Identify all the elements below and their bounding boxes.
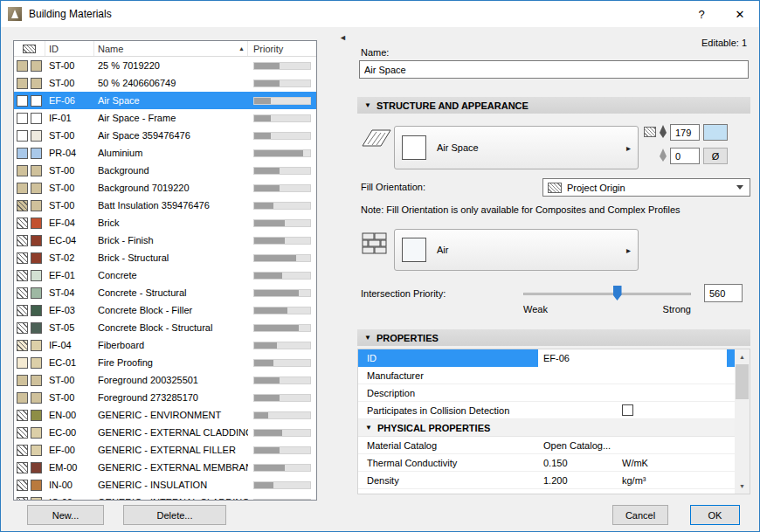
material-row[interactable]: ST-00Background (14, 162, 316, 179)
material-row[interactable]: ST-00Background 7019220 (14, 179, 316, 197)
column-header-fill[interactable] (14, 41, 45, 56)
surface-color-swatch (31, 480, 42, 491)
building-materials-dialog: Building Materials ? ✕ ID Name ▲ Priorit… (0, 0, 760, 532)
close-button[interactable]: ✕ (721, 1, 759, 27)
fill-orientation-dropdown[interactable]: Project Origin (542, 178, 750, 197)
material-swatches (14, 497, 45, 501)
property-row[interactable]: Material CatalogOpen Catalog... (358, 437, 735, 454)
surface-picker-button[interactable]: Air ▸ (394, 229, 639, 271)
ok-button[interactable]: OK (690, 505, 740, 525)
column-header-name[interactable]: Name ▲ (94, 41, 248, 56)
material-row[interactable]: ST-00Foreground 273285170 (14, 389, 316, 406)
material-row[interactable]: ST-00Batt Insulation 359476476 (14, 197, 316, 214)
material-name: Brick - Finish (94, 235, 248, 245)
priority-bar (253, 464, 311, 472)
properties-scrollbar[interactable]: ▲ ▼ (735, 349, 750, 494)
column-header-id[interactable]: ID (45, 41, 94, 56)
property-row[interactable]: Description (358, 384, 735, 402)
material-row[interactable]: IC-00GENERIC - INTERNAL CLADDING (14, 494, 316, 500)
material-row[interactable]: EF-06Air Space (14, 92, 316, 109)
property-row[interactable]: Manufacturer (358, 367, 735, 384)
priority-bar (253, 377, 311, 384)
material-id: EF-01 (45, 270, 94, 280)
property-value[interactable]: EF-06 (538, 349, 727, 367)
cut-pen-number-input[interactable] (670, 124, 700, 141)
collision-detection-checkbox[interactable] (622, 404, 633, 416)
material-row[interactable]: ST-00Air Space 359476476 (14, 127, 316, 144)
slider-thumb[interactable] (613, 286, 622, 301)
material-row[interactable]: EM-00GENERIC - EXTERNAL MEMBRANE (14, 459, 316, 476)
material-priority-cell (248, 132, 316, 140)
material-name: GENERIC - EXTERNAL CLADDING (94, 427, 248, 438)
fill-pattern-swatch (17, 113, 28, 124)
new-button[interactable]: New... (27, 505, 104, 525)
fill-picker-button[interactable]: Air Space ▸ (394, 126, 639, 169)
material-row[interactable]: EF-00GENERIC - EXTERNAL FILLER (14, 441, 316, 459)
material-row[interactable]: EF-01Concrete (14, 266, 316, 284)
priority-bar (253, 394, 311, 402)
material-row[interactable]: EF-03Concrete Block - Filler (14, 301, 316, 319)
material-priority-cell (248, 307, 316, 314)
delete-button[interactable]: Delete... (123, 505, 226, 525)
material-id: EC-04 (45, 235, 94, 245)
fill-pattern-swatch (17, 78, 28, 89)
scrollbar-thumb[interactable] (736, 364, 749, 399)
column-header-priority[interactable]: Priority (248, 41, 316, 56)
material-priority-cell (248, 219, 316, 227)
property-row[interactable]: Participates in Collision Detection (358, 402, 735, 419)
property-row[interactable]: Thermal Conductivity0.150W/mK (358, 454, 735, 472)
material-row[interactable]: ST-0025 % 7019220 (14, 57, 316, 74)
material-row[interactable]: IF-04Fiberboard (14, 336, 316, 354)
background-pen-icon (658, 149, 668, 162)
material-row[interactable]: IF-01Air Space - Frame (14, 109, 316, 127)
material-id: ST-00 (45, 375, 94, 385)
help-button[interactable]: ? (682, 1, 721, 27)
strong-label: Strong (639, 304, 691, 314)
material-row[interactable]: ST-04Concrete - Structural (14, 284, 316, 301)
structure-appearance-header[interactable]: ▼ STRUCTURE AND APPEARANCE (357, 97, 750, 114)
material-swatches (14, 357, 45, 369)
material-row[interactable]: ST-02Brick - Structural (14, 249, 316, 266)
intersection-priority-input[interactable] (704, 284, 743, 302)
scroll-up-icon[interactable]: ▲ (735, 349, 750, 364)
collapse-triangle-icon: ▼ (364, 101, 371, 109)
material-row[interactable]: EN-00GENERIC - ENVIRONMENT (14, 406, 316, 424)
material-priority-cell (248, 237, 316, 245)
slider-track[interactable] (523, 293, 691, 295)
material-row[interactable]: ST-00Foreground 200325501 (14, 371, 316, 389)
scroll-down-icon[interactable]: ▼ (735, 479, 750, 494)
property-value[interactable]: Open Catalog... (538, 440, 622, 451)
material-id: ST-00 (45, 200, 94, 211)
material-id: ST-04 (45, 287, 94, 298)
properties-header[interactable]: ▼ PROPERTIES (357, 329, 750, 346)
property-row[interactable]: Density1.200kg/m³ (358, 472, 735, 489)
material-row[interactable]: IN-00GENERIC - INSULATION (14, 476, 316, 494)
name-input[interactable] (359, 60, 749, 79)
property-value[interactable]: 0.150 (538, 458, 622, 468)
material-row[interactable]: EF-04Brick (14, 214, 316, 231)
fill-pattern-swatch (17, 410, 28, 421)
property-value[interactable]: 1.200 (538, 475, 622, 486)
material-row[interactable]: ST-0050 % 2406606749 (14, 74, 316, 92)
collapse-panel-arrow[interactable]: ◄ (339, 33, 347, 42)
material-name: Air Space 359476476 (94, 130, 248, 141)
material-priority-cell (248, 114, 316, 122)
material-row[interactable]: ST-05Concrete Block - Structural (14, 319, 316, 336)
material-row[interactable]: EC-04Brick - Finish (14, 231, 316, 249)
material-name: 25 % 7019220 (94, 60, 248, 71)
no-background-pen-button[interactable]: Ø (703, 148, 728, 164)
material-id: EM-00 (45, 462, 94, 473)
surface-color-swatch (31, 392, 42, 404)
material-name: Fiberboard (94, 340, 248, 350)
material-row[interactable]: EC-00GENERIC - EXTERNAL CLADDING (14, 424, 316, 441)
surface-color-swatch (31, 252, 42, 264)
material-swatches (14, 130, 45, 142)
intersection-priority-slider[interactable] (523, 286, 691, 301)
cut-pen-color-swatch[interactable] (703, 124, 728, 141)
material-row[interactable]: EC-01Fire Proofing (14, 354, 316, 371)
cancel-button[interactable]: Cancel (612, 505, 668, 525)
background-pen-number-input[interactable] (670, 148, 700, 164)
property-row[interactable]: IDEF-06 (358, 349, 735, 367)
physical-properties-header[interactable]: ▼PHYSICAL PROPERTIES (358, 419, 735, 437)
material-row[interactable]: PR-04Aluminium (14, 144, 316, 162)
